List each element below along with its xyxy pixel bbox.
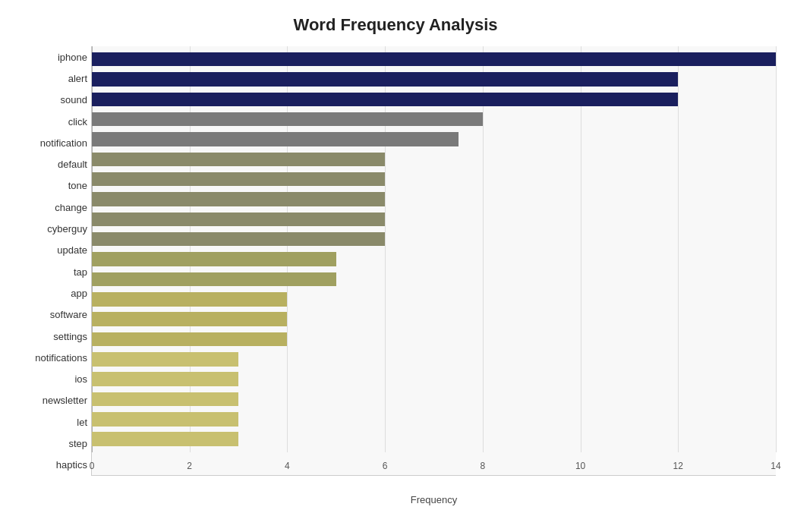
y-label-click: click	[15, 117, 87, 127]
y-label-change: change	[15, 203, 87, 212]
y-label-cyberguy: cyberguy	[15, 224, 87, 234]
bar-change	[92, 192, 385, 206]
bar-row-settings	[92, 309, 776, 329]
bar-row-change	[92, 189, 776, 209]
bar-tap	[92, 252, 336, 266]
bar-sound	[92, 93, 678, 106]
y-label-update: update	[15, 245, 87, 255]
bar-row-alert	[92, 69, 776, 89]
grid-line-14	[776, 46, 777, 452]
bar-row-haptics	[92, 430, 776, 449]
chart-area: iphonealertsoundclicknotificationdefault…	[15, 46, 776, 476]
y-label-let: let	[15, 417, 87, 427]
y-axis-labels: iphonealertsoundclicknotificationdefault…	[15, 46, 91, 476]
y-label-newsletter: newsletter	[15, 395, 87, 405]
x-tick-label-8: 8	[481, 461, 486, 471]
bar-iphone	[92, 52, 776, 66]
x-tick-label-4: 4	[285, 461, 290, 471]
bar-settings	[92, 312, 287, 326]
chart-title: Word Frequency Analysis	[15, 15, 776, 35]
x-axis-labels: 02468101214	[92, 452, 776, 475]
bar-row-tap	[92, 249, 776, 269]
bar-row-newsletter	[92, 370, 776, 389]
y-label-tap: tap	[15, 267, 87, 277]
bar-row-software	[92, 289, 776, 309]
y-label-notifications: notifications	[15, 353, 87, 363]
bar-row-iphone	[92, 49, 776, 69]
y-label-software: software	[15, 310, 87, 320]
y-label-step: step	[15, 439, 87, 449]
x-tick-label-14: 14	[771, 461, 780, 471]
y-label-alert: alert	[15, 74, 87, 83]
y-label-iphone: iphone	[15, 52, 87, 62]
bar-haptics	[92, 432, 238, 445]
bar-update	[92, 232, 385, 246]
y-label-notification: notification	[15, 138, 87, 148]
bar-row-tone	[92, 169, 776, 189]
bar-software	[92, 292, 287, 306]
y-label-default: default	[15, 159, 87, 169]
bar-row-step	[92, 409, 776, 429]
bar-row-cyberguy	[92, 209, 776, 229]
plot-area: 02468101214 Frequency	[91, 46, 776, 476]
y-label-sound: sound	[15, 95, 87, 105]
x-axis-title: Frequency	[92, 494, 776, 505]
bars-container	[92, 46, 776, 452]
bar-cyberguy	[92, 212, 385, 226]
bar-row-default	[92, 150, 776, 169]
bar-row-click	[92, 109, 776, 129]
bar-tone	[92, 172, 385, 186]
y-label-settings: settings	[15, 332, 87, 342]
bar-row-notifications	[92, 329, 776, 349]
bar-click	[92, 112, 483, 126]
bar-alert	[92, 72, 678, 86]
bar-default	[92, 153, 385, 166]
bar-row-sound	[92, 90, 776, 109]
x-tick-label-6: 6	[383, 461, 388, 471]
bar-row-ios	[92, 349, 776, 369]
bar-notification	[92, 132, 459, 146]
y-label-ios: ios	[15, 374, 87, 384]
bar-row-update	[92, 229, 776, 249]
bar-row-let	[92, 389, 776, 409]
bar-let	[92, 392, 238, 406]
bar-row-notification	[92, 129, 776, 149]
y-label-haptics: haptics	[15, 460, 87, 470]
x-tick-label-12: 12	[673, 461, 683, 471]
bar-row-app	[92, 269, 776, 289]
bar-newsletter	[92, 372, 238, 386]
x-tick-label-2: 2	[187, 461, 192, 471]
x-tick-label-10: 10	[575, 461, 585, 471]
bar-notifications	[92, 332, 287, 346]
bar-ios	[92, 352, 238, 366]
x-tick-label-0: 0	[90, 461, 95, 471]
y-label-app: app	[15, 288, 87, 298]
bar-step	[92, 412, 238, 426]
y-label-tone: tone	[15, 181, 87, 190]
chart-container: Word Frequency Analysis iphonealertsound…	[0, 0, 791, 532]
bar-app	[92, 272, 336, 286]
